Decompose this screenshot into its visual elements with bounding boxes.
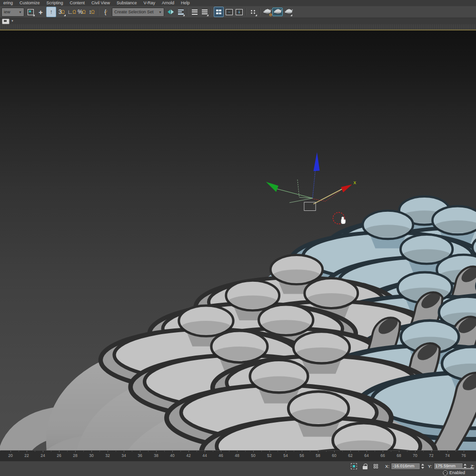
toggle-layer-explorer-button[interactable] — [200, 7, 209, 17]
y-coordinate-label: Y: — [428, 464, 432, 469]
angle-snap-toggle-button[interactable]: ∟Ω — [67, 7, 76, 17]
material-editor-button[interactable] — [248, 7, 258, 17]
timeline-tick-label: 42 — [186, 453, 190, 458]
render-production-button[interactable] — [284, 7, 293, 17]
menu-item-arnold[interactable]: Arnold — [159, 0, 178, 6]
menu-item-content[interactable]: Content — [67, 0, 89, 6]
timeline-tick — [464, 451, 464, 452]
timeline-tick-label: 52 — [267, 453, 271, 458]
toolbar-separator — [187, 8, 188, 16]
timeline-tick-label: 38 — [154, 453, 158, 458]
timeline-minor-tick — [278, 451, 278, 452]
align-button[interactable] — [176, 7, 185, 17]
chevron-down-icon[interactable]: ▼ — [11, 20, 14, 22]
timeline-tick — [43, 451, 43, 452]
timeline-minor-tick — [229, 451, 229, 452]
menu-item-customize[interactable]: Customize — [16, 0, 43, 6]
timeline-tick — [367, 451, 367, 452]
curve-editor-button[interactable]: ~ — [225, 7, 234, 17]
timeline-tick-label: 70 — [413, 453, 417, 458]
timeline-minor-tick — [148, 451, 149, 452]
spinner-snap-toggle-button[interactable]: ↕Ω — [87, 7, 96, 17]
menu-item-civil-view[interactable]: Civil View — [88, 0, 113, 6]
viewport[interactable]: X — [0, 30, 476, 450]
timeline-tick — [10, 451, 11, 452]
gizmo-z-axis-cone[interactable] — [313, 152, 319, 171]
timeline-minor-tick — [132, 451, 132, 452]
timeline-minor-tick — [245, 451, 246, 452]
select-and-move-button[interactable]: + — [36, 7, 45, 17]
timeline-tick — [91, 451, 92, 452]
menu-item-help[interactable]: Help — [178, 0, 193, 6]
timeline-tick-label: 46 — [218, 453, 223, 458]
mini-toolbar-button[interactable] — [2, 19, 10, 24]
transform-gizmo[interactable]: X — [266, 152, 357, 224]
timeline-tick — [415, 451, 416, 452]
gizmo-z-axis-line[interactable] — [313, 171, 316, 198]
timeline-minor-tick — [391, 451, 391, 452]
timeline-minor-tick — [423, 451, 424, 452]
timeline-tick — [399, 451, 399, 452]
timeline-tick — [431, 451, 432, 452]
menu-item-substance[interactable]: Substance — [113, 0, 140, 6]
timeline-minor-tick — [439, 451, 440, 452]
gizmo-x-axis-cone[interactable] — [341, 185, 352, 193]
mirror-button[interactable] — [166, 7, 175, 17]
timeline-tick — [269, 451, 270, 452]
secondary-toolbar-row: ▼ — [0, 18, 476, 24]
menu-item-ering[interactable]: ering — [0, 0, 16, 6]
edit-named-selection-sets-button[interactable]: {∕ — [101, 7, 110, 17]
rendered-frame-window-button[interactable] — [272, 7, 283, 17]
toggle-scene-explorer-button[interactable] — [190, 7, 199, 17]
x-coordinate-label: X: — [385, 464, 389, 469]
timeline-tick-label: 44 — [202, 453, 207, 458]
timeline-tick-label: 20 — [8, 453, 12, 458]
render-setup-button[interactable]: ⚙ — [262, 7, 271, 17]
timeline-tick-label: 24 — [40, 453, 45, 458]
active-viewport-border — [0, 30, 476, 30]
toolbar-separator — [211, 8, 212, 16]
timeline-tick — [59, 451, 60, 452]
timeline-ruler[interactable]: 2022242628303234363840424446485052545658… — [0, 450, 476, 462]
snaps-toggle-button[interactable]: 3Ω — [57, 7, 66, 17]
timeline-minor-tick — [261, 451, 262, 452]
menu-item-v-ray[interactable]: V-Ray — [140, 0, 159, 6]
timeline-minor-tick — [326, 451, 327, 452]
timeline-tick-label: 50 — [251, 453, 255, 458]
named-selection-sets-dropdown[interactable]: Create Selection Set▼ — [112, 8, 164, 17]
gizmo-plane-line — [289, 198, 312, 202]
timeline-tick — [447, 451, 448, 452]
timeline-tick — [221, 451, 221, 452]
toggle-ribbon-button[interactable] — [214, 7, 224, 17]
timeline-minor-tick — [375, 451, 375, 452]
viewport-canvas[interactable]: X — [0, 30, 476, 450]
percent-snap-toggle-button[interactable]: %Ω — [77, 7, 86, 17]
timeline-tick — [286, 451, 286, 452]
x-spinner[interactable] — [421, 463, 424, 469]
reference-coordinate-system-dropdown[interactable]: iew▼ — [1, 8, 24, 17]
absolute-mode-icon[interactable] — [372, 463, 379, 469]
timeline-tick-label: 72 — [429, 453, 433, 458]
timeline-tick — [350, 451, 351, 452]
selection-lock-icon[interactable] — [361, 463, 368, 469]
x-coordinate-field[interactable]: -16.016mm — [391, 463, 420, 470]
enabled-label: Enabled — [449, 470, 465, 475]
timeline-tick-label: 66 — [380, 453, 385, 458]
main-toolbar: iew▼+↑3Ω∟Ω%Ω↕Ω{∕Create Selection Set▼~⇓⚙ — [0, 6, 476, 18]
timeline-tick-label: 40 — [170, 453, 174, 458]
schematic-view-button[interactable]: ⇓ — [235, 7, 244, 17]
timeline-minor-tick — [213, 451, 213, 452]
gizmo-y-axis-cone[interactable] — [266, 182, 278, 192]
timeline-minor-tick — [164, 451, 165, 452]
gizmo-y-axis-line[interactable] — [277, 189, 313, 198]
timeline-minor-tick — [294, 451, 294, 452]
timeline-tick-label: 64 — [364, 453, 368, 458]
select-and-place-button[interactable] — [26, 7, 35, 17]
menu-item-scripting[interactable]: Scripting — [43, 0, 67, 6]
isolate-selection-icon[interactable] — [350, 463, 357, 469]
gizmo-x-axis-line[interactable] — [313, 189, 342, 204]
teapot-objects-layer[interactable] — [12, 197, 476, 450]
timeline-minor-tick — [99, 451, 100, 452]
timeline-minor-tick — [180, 451, 181, 452]
keyboard-shortcut-override-toggle[interactable]: ↑ — [46, 7, 56, 17]
